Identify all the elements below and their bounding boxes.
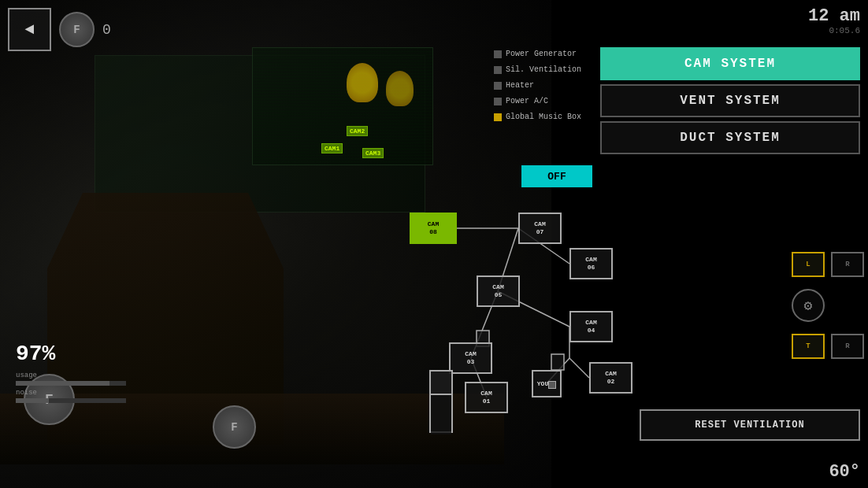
- power-label-ventilation: Sil. Ventilation: [506, 65, 581, 74]
- cam1-label-small: CAM1: [321, 143, 343, 153]
- f-coin-mid-label: F: [231, 421, 237, 434]
- power-dot-generator: [494, 50, 502, 58]
- back-button[interactable]: ◄: [8, 8, 51, 51]
- cam-08-node[interactable]: CAM08: [410, 213, 457, 244]
- time-counter: 0:05.6: [808, 26, 860, 35]
- time-display: 12 am 0:05.6: [808, 6, 860, 35]
- vent-tube-icon: [429, 370, 453, 433]
- cam-01-node[interactable]: CAM01: [465, 382, 508, 413]
- noise-bar: [16, 398, 126, 403]
- f-coin-top: F: [59, 12, 95, 47]
- tape-r2-icon: R: [831, 334, 864, 359]
- percentage-display: 97%: [16, 342, 55, 366]
- degree-display: 60°: [829, 462, 860, 482]
- lr-tape-group: L R: [792, 252, 864, 277]
- degree-value: 60°: [829, 462, 860, 482]
- cam-02-node[interactable]: CAM02: [589, 362, 632, 394]
- power-label-generator: Power Generator: [506, 50, 577, 58]
- power-item-heater: Heater: [490, 79, 592, 92]
- you-node: YOU: [532, 370, 562, 397]
- power-label-heater: Heater: [506, 81, 534, 90]
- cam2-label-small: CAM2: [347, 126, 368, 136]
- system-buttons: CAM SYSTEM VENT SYSTEM DUCT SYSTEM: [600, 47, 860, 154]
- power-label-power-ac: Power A/C: [506, 97, 548, 105]
- tape-l-icon: L: [792, 252, 825, 277]
- vent-system-button[interactable]: VENT SYSTEM: [600, 84, 860, 117]
- usage-bar: [16, 381, 126, 386]
- side-icons: L R ⚙ T R: [792, 252, 864, 359]
- noise-bar-container: noise: [16, 389, 126, 403]
- f-coin-label: F: [73, 24, 80, 36]
- power-dot-music-box: [494, 113, 502, 121]
- power-item-power-ac: Power A/C: [490, 94, 592, 108]
- tr-tape-group: T R: [792, 334, 864, 359]
- noise-fill: [16, 398, 49, 403]
- time-value: 12 am: [808, 6, 860, 26]
- svg-line-8: [569, 358, 589, 378]
- usage-bar-container: usage: [16, 372, 126, 386]
- usage-fill: [16, 381, 109, 386]
- power-item-music-box: Global Music Box: [490, 110, 592, 124]
- coin-count: 0: [102, 22, 111, 38]
- character-face-2: [386, 71, 414, 106]
- cam3-label-small: CAM3: [362, 148, 384, 158]
- cam-05-node[interactable]: CAM05: [477, 275, 520, 307]
- tape-r-icon: R: [831, 252, 864, 277]
- power-dot-power-ac: [494, 98, 502, 105]
- cam-07-node[interactable]: CAM07: [518, 213, 562, 244]
- off-button[interactable]: OFF: [521, 165, 592, 187]
- noise-label: noise: [16, 389, 126, 397]
- power-panel: Power Generator Sil. Ventilation Heater …: [490, 47, 592, 124]
- power-item-generator: Power Generator: [490, 47, 592, 61]
- reset-ventilation-button[interactable]: RESET VENTILATION: [640, 409, 860, 441]
- tape-t-icon: T: [792, 334, 825, 359]
- svg-rect-10: [551, 354, 564, 370]
- f-coin-mid: F: [213, 405, 256, 449]
- cam-system-button[interactable]: CAM SYSTEM: [600, 47, 860, 80]
- back-arrow-icon: ◄: [24, 20, 34, 39]
- usage-label: usage: [16, 372, 126, 379]
- cam-03-node[interactable]: CAM03: [449, 342, 492, 374]
- power-dot-heater: [494, 82, 502, 90]
- percentage-value: 97%: [16, 342, 55, 366]
- off-label: OFF: [547, 171, 566, 183]
- reset-vent-label: RESET VENTILATION: [695, 420, 804, 431]
- power-label-music-box: Global Music Box: [506, 113, 581, 121]
- cam-04-node[interactable]: CAM04: [569, 311, 613, 342]
- fan-icon: ⚙: [792, 289, 825, 322]
- character-face-1: [347, 63, 378, 102]
- cam-06-node[interactable]: CAM06: [569, 248, 613, 279]
- power-dot-ventilation: [494, 66, 502, 74]
- power-item-ventilation: Sil. Ventilation: [490, 63, 592, 76]
- duct-system-button[interactable]: DUCT SYSTEM: [600, 121, 860, 154]
- top-left-ui: ◄ F 0: [8, 8, 111, 51]
